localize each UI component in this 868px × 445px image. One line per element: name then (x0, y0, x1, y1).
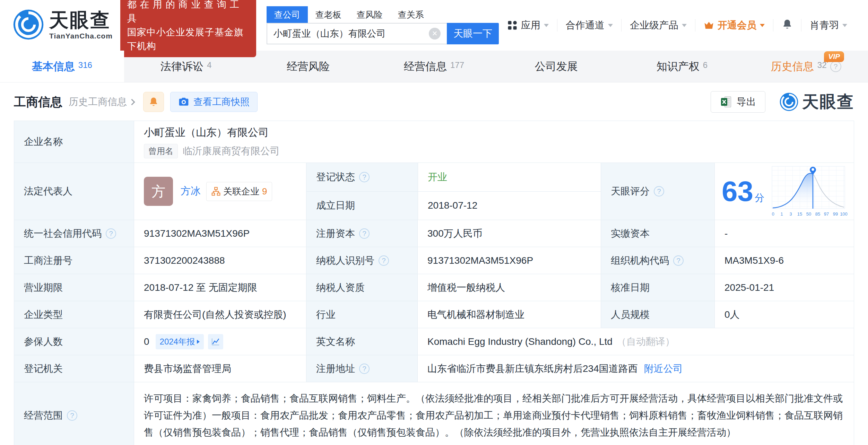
tab-count: 6 (703, 60, 708, 70)
help-icon[interactable]: ? (654, 186, 664, 197)
annual-report-link[interactable]: 2024年报 (156, 334, 204, 349)
nav-open-vip[interactable]: 开通会员 (695, 19, 773, 32)
field-label: 英文名称 (306, 328, 417, 355)
tab-intellectual-property[interactable]: 知识产权 6 (620, 51, 744, 82)
nav-apps-label: 应用 (521, 19, 540, 32)
score-distribution-chart: 0 1 3 15 50 85 97 99 100 (771, 165, 848, 218)
search-tab-risk[interactable]: 查风险 (349, 6, 390, 23)
chevron-down-icon (842, 24, 847, 27)
nav-cooperation[interactable]: 合作通道 (557, 19, 621, 32)
field-label: 营业期限 (14, 274, 134, 301)
registration-status: 开业 (418, 163, 601, 191)
table-row: 统一社会信用代码 ? 91371302MA3M51X96P 注册资本 ? 300… (14, 220, 854, 247)
company-name: 小町蛋业（山东）有限公司 (144, 125, 269, 140)
tab-basic-info[interactable]: 基本信息 316 (0, 51, 124, 82)
watermark-text: 天眼查 (802, 91, 854, 113)
search-tabs: 查公司 查老板 查风险 查关系 (267, 6, 499, 23)
help-icon[interactable]: ? (673, 255, 684, 266)
chevron-right-icon (129, 99, 135, 105)
tab-lawsuits[interactable]: 法律诉讼 4 (124, 51, 248, 82)
excel-icon (720, 96, 732, 108)
legal-rep-link[interactable]: 方冰 (181, 184, 201, 198)
search-input-wrap: × (267, 23, 447, 44)
tab-label: 法律诉讼 (160, 59, 203, 74)
help-icon[interactable]: ? (359, 364, 370, 374)
apps-grid-icon (507, 20, 518, 30)
help-icon[interactable]: ? (830, 61, 841, 72)
tab-history-info[interactable]: VIP 历史信息 32 ? (744, 51, 868, 82)
field-label: 纳税人资质 (306, 274, 417, 301)
english-name-cell: Komachi Egg Industry (Shandong) Co., Ltd… (417, 328, 854, 355)
svg-text:15: 15 (797, 211, 802, 217)
logo-domain: TianYanCha.com (49, 32, 113, 40)
help-icon[interactable]: ? (106, 228, 116, 239)
search-tab-company[interactable]: 查公司 (267, 6, 308, 23)
score-value: 63 (722, 175, 753, 207)
company-name-cell: 小町蛋业（山东）有限公司 曾用名 临沂康展商贸有限公司 (134, 121, 854, 163)
establish-date: 2018-07-12 (418, 192, 601, 220)
search-tab-boss[interactable]: 查老板 (308, 6, 349, 23)
svg-text:3: 3 (789, 211, 792, 217)
monitor-bell-button[interactable] (143, 92, 164, 112)
svg-text:85: 85 (815, 211, 820, 217)
legal-rep-cell: 方 方冰 关联企业 9 (134, 163, 306, 220)
tianyancha-logo[interactable]: 天眼查 TianYanCha.com (12, 9, 113, 42)
search-area: 查公司 查老板 查风险 查关系 × 天眼一下 (267, 6, 499, 44)
nav-user[interactable]: 肖青羽 (801, 19, 856, 32)
avatar: 方 (144, 177, 173, 206)
search-tab-relation[interactable]: 查关系 (390, 6, 432, 23)
registration-number: 371302200243888 (134, 247, 306, 274)
tab-label: 公司发展 (535, 59, 578, 74)
field-label: 核准日期 (601, 274, 714, 301)
tab-business-info[interactable]: 经营信息 177 (372, 51, 496, 82)
field-label: 注册资本 ? (306, 220, 417, 247)
field-label: 注册地址 ? (306, 355, 417, 382)
caret-right-icon (197, 340, 200, 344)
business-term: 2018-07-12 至 无固定期限 (134, 274, 306, 301)
nav-enterprise-label: 企业级产品 (630, 19, 678, 32)
help-icon[interactable]: ? (359, 172, 370, 182)
insured-count: 0 (144, 336, 149, 347)
history-business-info-link[interactable]: 历史工商信息 (69, 95, 134, 108)
nav-enterprise[interactable]: 企业级产品 (622, 19, 695, 32)
nav-notifications[interactable] (773, 19, 801, 32)
field-label: 纳税人识别号 ? (306, 247, 417, 274)
svg-text:0: 0 (772, 211, 774, 217)
promo-line2: 国家中小企业发展子基金旗下机构 (127, 25, 249, 53)
english-name: Komachi Egg Industry (Shandong) Co., Ltd (427, 336, 613, 347)
help-icon[interactable]: ? (359, 228, 370, 239)
help-icon[interactable]: ? (67, 410, 77, 421)
top-header: 天眼查 TianYanCha.com 都在用的商业查询工具 国家中小企业发展子基… (0, 0, 868, 51)
bell-icon (148, 97, 159, 107)
table-row: 工商注册号 371302200243888 纳税人识别号 ? 91371302M… (14, 247, 854, 274)
camera-icon (178, 96, 189, 107)
tab-operating-risk[interactable]: 经营风险 (248, 51, 372, 82)
vip-badge: VIP (824, 51, 844, 62)
table-row: 企业名称 小町蛋业（山东）有限公司 曾用名 临沂康展商贸有限公司 (14, 121, 854, 163)
field-label: 工商注册号 (14, 247, 134, 274)
insured-count-cell: 0 2024年报 (134, 328, 306, 355)
insured-trend-button[interactable] (208, 334, 223, 349)
taxpayer-id: 91371302MA3M51X96P (417, 247, 601, 274)
field-label: 法定代表人 (14, 163, 134, 220)
nav-cooperation-label: 合作通道 (566, 19, 605, 32)
nav-apps[interactable]: 应用 (499, 19, 557, 32)
field-label: 企业类型 (14, 301, 134, 328)
search-button[interactable]: 天眼一下 (447, 23, 499, 44)
business-scope: 许可项目：家禽饲养；食品销售；食品互联网销售；饲料生产。（依法须经批准的项目，经… (134, 382, 854, 445)
nearby-companies-link[interactable]: 附近公司 (644, 362, 683, 375)
view-business-snapshot-button[interactable]: 查看工商快照 (170, 92, 258, 112)
promo-line1: 都在用的商业查询工具 (127, 0, 249, 25)
tab-label: 知识产权 (657, 59, 700, 74)
logo-title: 天眼查 (49, 10, 113, 30)
table-row: 参保人数 0 2024年报 英文名称 Komachi Egg Industry … (14, 328, 854, 355)
svg-text:100: 100 (840, 211, 848, 217)
chevron-down-icon (544, 24, 549, 27)
search-input[interactable] (274, 28, 429, 39)
related-companies-badge[interactable]: 关联企业 9 (206, 182, 272, 201)
help-icon[interactable]: ? (379, 255, 389, 266)
clear-search-icon[interactable]: × (429, 28, 441, 40)
export-button[interactable]: 导出 (711, 91, 765, 113)
related-count: 9 (262, 186, 267, 197)
tab-company-development[interactable]: 公司发展 (496, 51, 620, 82)
